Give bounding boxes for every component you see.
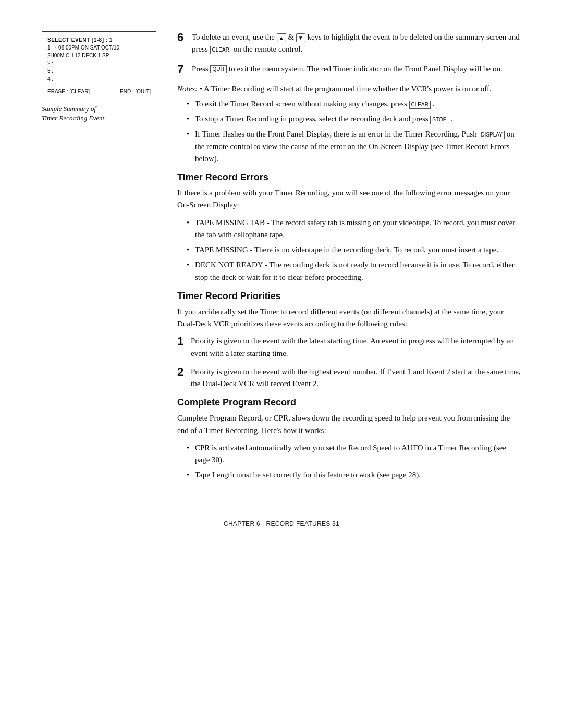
- screen-caption: Sample Summary of Timer Recording Event: [42, 104, 156, 123]
- step-7-block: 7 Press QUIT to exit the menu system. Th…: [177, 63, 521, 76]
- up-arrow-key: ▲: [277, 33, 286, 43]
- screen-line-3: 2 :: [47, 59, 151, 67]
- clear-key: CLEAR: [210, 46, 231, 54]
- screen-line-4: 3 :: [47, 67, 151, 75]
- step-6-text: To delete an event, use the ▲ & ▼ keys t…: [192, 31, 521, 56]
- page-footer: CHAPTER 6 - RECORD FEATURES 31: [42, 520, 521, 527]
- priority-text-1: Priority is given to the event with the …: [191, 335, 521, 360]
- screen-line-1: 1 → 08:00PM ON SAT OCT/10: [47, 44, 151, 52]
- error-bullet-1: TAPE MISSING TAB - The record safety tab…: [187, 217, 521, 241]
- notes-bullet-1: • A Timer Recording will start at the pr…: [200, 84, 492, 93]
- screen-divider: [47, 85, 151, 85]
- error-bullet-2: TAPE MISSING - There is no videotape in …: [187, 244, 521, 256]
- clear-key-2: CLEAR: [409, 101, 431, 109]
- screen-end-label: END : [QUIT]: [120, 88, 151, 95]
- timer-record-priorities-intro: If you accidentally set the Timer to rec…: [177, 306, 521, 330]
- notes-bullets: To exit the Timer Record screen without …: [177, 98, 521, 165]
- priority-item-1: 1 Priority is given to the event with th…: [177, 335, 521, 360]
- screen-line-2: 2H00M CH 12 DECK 1 SP: [47, 52, 151, 59]
- cpr-bullet-2: Tape Length must be set correctly for th…: [187, 469, 521, 481]
- step-6-block: 6 To delete an event, use the ▲ & ▼ keys…: [177, 31, 521, 56]
- display-key: DISPLAY: [479, 131, 505, 139]
- complete-program-record-intro: Complete Program Record, or CPR, slows d…: [177, 412, 521, 437]
- cpr-bullet-1: CPR is activated automatically when you …: [187, 442, 521, 466]
- quit-key: QUIT: [210, 65, 227, 73]
- notes-label: Notes:: [177, 84, 200, 93]
- timer-record-priorities-section: Timer Record Priorities If you accidenta…: [177, 291, 521, 390]
- right-column: 6 To delete an event, use the ▲ & ▼ keys…: [177, 31, 521, 489]
- left-column: SELECT EVENT [1-8] : 1 1 → 08:00PM ON SA…: [42, 31, 156, 123]
- footer-text: CHAPTER 6 - RECORD FEATURES 31: [224, 520, 339, 527]
- screen-title: SELECT EVENT [1-8] : 1: [47, 36, 151, 44]
- priority-number-2: 2: [177, 366, 187, 378]
- notes-bullet-item-2: To exit the Timer Record screen without …: [187, 98, 521, 110]
- timer-record-errors-bullets: TAPE MISSING TAB - The record safety tab…: [177, 217, 521, 283]
- notes-bullet-item-3: To stop a Timer Recording in progress, s…: [187, 113, 521, 125]
- timer-record-priorities-heading: Timer Record Priorities: [177, 291, 521, 302]
- timer-record-errors-section: Timer Record Errors If there is a proble…: [177, 172, 521, 283]
- complete-program-record-heading: Complete Program Record: [177, 397, 521, 408]
- error-bullet-3: DECK NOT READY - The recording deck is n…: [187, 259, 521, 283]
- cpr-bullets: CPR is activated automatically when you …: [177, 442, 521, 482]
- timer-record-errors-heading: Timer Record Errors: [177, 172, 521, 183]
- notes-bullet-item-4: If Timer flashes on the Front Panel Disp…: [187, 128, 521, 165]
- step-7-number: 7: [177, 63, 188, 76]
- sample-screen-display: SELECT EVENT [1-8] : 1 1 → 08:00PM ON SA…: [42, 31, 156, 100]
- complete-program-record-section: Complete Program Record Complete Program…: [177, 397, 521, 481]
- timer-record-errors-intro: If there is a problem with your Timer Re…: [177, 187, 521, 212]
- step-7-text: Press QUIT to exit the menu system. The …: [192, 63, 503, 75]
- priority-number-1: 1: [177, 335, 187, 348]
- priority-text-2: Priority is given to the event with the …: [191, 366, 521, 390]
- step-6-number: 6: [177, 31, 188, 44]
- down-arrow-key: ▼: [296, 33, 305, 43]
- screen-bottom-bar: ERASE : [CLEAR] END : [QUIT]: [47, 88, 151, 95]
- stop-key: STOP: [430, 116, 448, 124]
- screen-erase-label: ERASE : [CLEAR]: [47, 88, 90, 95]
- priority-item-2: 2 Priority is given to the event with th…: [177, 366, 521, 390]
- notes-block: Notes: • A Timer Recording will start at…: [177, 83, 521, 165]
- priorities-numbered-list: 1 Priority is given to the event with th…: [177, 335, 521, 390]
- screen-line-5: 4 :: [47, 75, 151, 83]
